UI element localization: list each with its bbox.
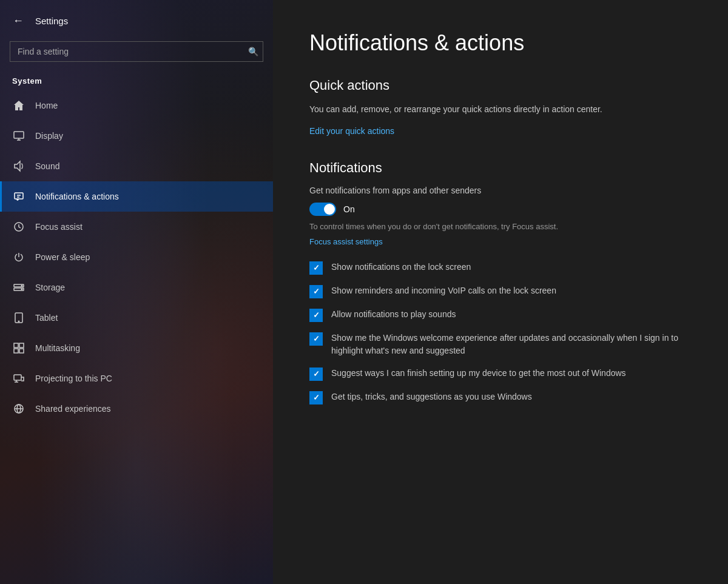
sound-icon — [12, 159, 25, 173]
svg-rect-0 — [14, 132, 24, 138]
svg-rect-14 — [14, 375, 21, 380]
sidebar-item-multitasking[interactable]: Multitasking — [0, 333, 273, 363]
checkmark: ✓ — [313, 393, 320, 402]
sidebar-item-display-label: Display — [35, 131, 63, 141]
multitasking-icon — [12, 341, 25, 355]
checkbox-tips[interactable]: ✓ — [309, 391, 323, 404]
sidebar-item-shared[interactable]: Shared experiences — [0, 394, 273, 424]
main-content: Notifications & actions Quick actions Yo… — [273, 0, 728, 584]
search-box: 🔍 — [10, 41, 263, 62]
tablet-icon — [12, 311, 25, 324]
focus-assist-hint: To control times when you do or don't ge… — [309, 221, 692, 233]
sidebar-item-storage-label: Storage — [35, 283, 65, 292]
sidebar-item-home[interactable]: Home — [0, 90, 273, 121]
checkmark: ✓ — [313, 334, 320, 343]
checkbox-reminders-label: Show reminders and incoming VoIP calls o… — [331, 284, 556, 297]
app-title: Settings — [35, 16, 68, 26]
system-section-label: System — [0, 72, 273, 90]
sidebar-item-power[interactable]: Power & sleep — [0, 242, 273, 272]
sidebar-item-sound-label: Sound — [35, 161, 59, 171]
sidebar-item-tablet[interactable]: Tablet — [0, 303, 273, 333]
checkbox-suggest-label: Suggest ways I can finish setting up my … — [331, 367, 626, 380]
svg-point-7 — [21, 289, 22, 290]
checkbox-row-reminders: ✓ Show reminders and incoming VoIP calls… — [309, 284, 692, 298]
checkbox-lock-screen[interactable]: ✓ — [309, 261, 323, 275]
sidebar-item-display[interactable]: Display — [0, 121, 273, 151]
checkbox-reminders[interactable]: ✓ — [309, 285, 323, 298]
sidebar-item-notifications-label: Notifications & actions — [35, 192, 119, 201]
sidebar-item-home-label: Home — [35, 101, 58, 110]
sidebar-item-shared-label: Shared experiences — [35, 404, 111, 414]
svg-rect-10 — [14, 343, 18, 347]
checkmark: ✓ — [313, 369, 320, 378]
toggle-knob — [324, 204, 335, 215]
checkbox-suggest[interactable]: ✓ — [309, 368, 323, 381]
home-icon — [12, 99, 25, 112]
checkbox-row-lock-screen: ✓ Show notifications on the lock screen — [309, 261, 692, 275]
checkmark: ✓ — [313, 287, 320, 296]
checkbox-row-sounds: ✓ Allow notifications to play sounds — [309, 308, 692, 322]
quick-actions-description: You can add, remove, or rearrange your q… — [309, 103, 686, 116]
checkbox-row-tips: ✓ Get tips, tricks, and suggestions as y… — [309, 391, 692, 404]
sidebar-item-storage[interactable]: Storage — [0, 272, 273, 303]
checkbox-lock-screen-label: Show notifications on the lock screen — [331, 261, 471, 274]
toggle-state-label: On — [343, 204, 355, 214]
checkbox-welcome-label: Show me the Windows welcome experience a… — [331, 332, 692, 357]
back-button[interactable]: ← — [10, 12, 27, 29]
svg-point-6 — [21, 285, 22, 286]
checkbox-sounds[interactable]: ✓ — [309, 309, 323, 322]
sidebar-item-power-label: Power & sleep — [35, 252, 90, 262]
display-icon — [12, 129, 25, 143]
search-input[interactable] — [10, 41, 263, 62]
sidebar-item-sound[interactable]: Sound — [0, 151, 273, 181]
sidebar-item-tablet-label: Tablet — [35, 313, 58, 323]
checkbox-tips-label: Get tips, tricks, and suggestions as you… — [331, 391, 532, 403]
shared-icon — [12, 402, 25, 415]
checkbox-welcome[interactable]: ✓ — [309, 332, 323, 346]
sidebar-item-notifications[interactable]: Notifications & actions — [0, 181, 273, 212]
checkbox-sounds-label: Allow notifications to play sounds — [331, 308, 456, 321]
sidebar-item-projecting-label: Projecting to this PC — [35, 374, 112, 383]
checkboxes-container: ✓ Show notifications on the lock screen … — [309, 261, 692, 404]
notifications-toggle[interactable] — [309, 203, 336, 216]
get-notifications-label: Get notifications from apps and other se… — [309, 186, 692, 195]
checkmark: ✓ — [313, 310, 320, 320]
svg-rect-13 — [19, 349, 24, 353]
edit-quick-actions-link[interactable]: Edit your quick actions — [309, 126, 394, 136]
svg-rect-3 — [15, 193, 23, 199]
storage-icon — [12, 281, 25, 294]
svg-point-9 — [18, 321, 19, 321]
page-title: Notifications & actions — [309, 30, 692, 56]
sidebar-item-projecting[interactable]: Projecting to this PC — [0, 363, 273, 394]
sidebar-header: ← Settings — [0, 0, 273, 41]
sidebar-item-focus[interactable]: Focus assist — [0, 212, 273, 242]
notifications-section: Notifications Get notifications from app… — [309, 160, 692, 404]
svg-rect-12 — [14, 349, 18, 353]
checkbox-row-welcome: ✓ Show me the Windows welcome experience… — [309, 332, 692, 357]
projecting-icon — [12, 372, 25, 385]
sidebar-item-focus-label: Focus assist — [35, 222, 83, 232]
sidebar-item-multitasking-label: Multitasking — [35, 343, 80, 353]
power-icon — [12, 250, 25, 264]
focus-assist-settings-link[interactable]: Focus assist settings — [309, 237, 383, 246]
checkmark: ✓ — [313, 263, 320, 272]
sidebar: ← Settings 🔍 System Home Display — [0, 0, 273, 584]
search-icon[interactable]: 🔍 — [248, 47, 258, 56]
checkbox-row-suggest: ✓ Suggest ways I can finish setting up m… — [309, 367, 692, 381]
focus-icon — [12, 220, 25, 233]
notifications-toggle-row: On — [309, 203, 692, 216]
notifications-title: Notifications — [309, 160, 692, 176]
quick-actions-title: Quick actions — [309, 78, 692, 93]
notifications-icon — [12, 190, 25, 203]
svg-rect-11 — [19, 343, 24, 347]
